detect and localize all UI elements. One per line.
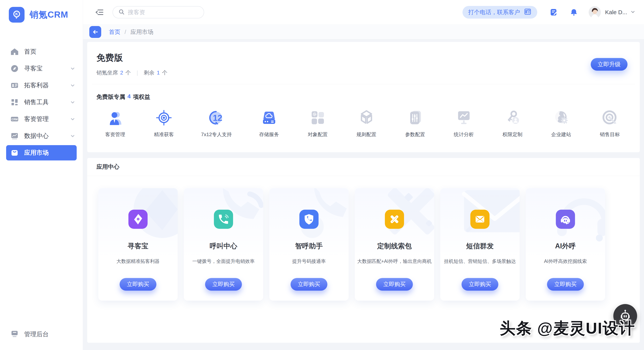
benefit-label: 7x12专人支持	[201, 131, 232, 138]
sidebar-item-label: 数据中心	[24, 132, 49, 140]
app-card-call-center[interactable]: 呼叫中心 一键拨号，全面提升电销效率 立即购买	[184, 188, 263, 301]
search-input[interactable]	[128, 9, 198, 15]
benefit-label: 统计分析	[454, 131, 474, 138]
buy-now-button[interactable]: 立即购买	[376, 278, 413, 291]
app-card-sms[interactable]: 短信群发 挂机短信、营销短信、多场景触达 立即购买	[440, 188, 520, 301]
rule-config-icon	[358, 109, 375, 127]
sidebar-item-tuoke[interactable]: 拓客利器	[0, 77, 83, 94]
sidebar-item-label: 寻客宝	[24, 64, 42, 73]
chevron-down-icon	[70, 66, 76, 71]
divider	[92, 84, 635, 84]
benefit-item: 精准获客	[152, 109, 176, 138]
sidebar-item-crm[interactable]: CRM 客资管理	[0, 111, 83, 127]
buy-now-button[interactable]: 立即购买	[290, 278, 327, 291]
sidebar-item-label: 客资管理	[24, 115, 49, 123]
seats-value: 2	[120, 70, 123, 76]
search-box	[112, 6, 204, 18]
shield-phone-app-icon	[300, 210, 318, 229]
app-card-xunkebao[interactable]: 寻客宝 大数据精准拓客利器 立即购买	[98, 188, 178, 301]
buy-now-button[interactable]: 立即购买	[120, 278, 156, 291]
app-name: 寻客宝	[128, 241, 148, 251]
benefit-label: 参数配置	[405, 131, 425, 138]
leads-package-app-icon	[385, 210, 404, 229]
bell-icon[interactable]	[570, 8, 578, 16]
ai-outcall-app-icon	[556, 210, 575, 229]
breadcrumb-current: 应用市场	[130, 28, 153, 36]
precise-target-icon	[155, 109, 173, 127]
buy-now-button[interactable]: 立即购买	[547, 278, 584, 291]
app-center-title: 应用中心	[87, 158, 640, 171]
sidebar: K 销氪CRM 首页 寻客宝 拓客利器	[0, 0, 83, 350]
main-content: 免费版 销氪坐席 2 个 ｜ 剩余 1 个 立即升级 免费版专属 4 项权益 客…	[83, 39, 644, 350]
app-card-ai-outcall[interactable]: AI外呼 AI外呼高效挖掘线索 立即购买	[526, 188, 605, 301]
home-icon	[10, 47, 19, 56]
sidebar-item-home[interactable]: 首页	[0, 43, 83, 60]
sidebar-item-sales-tools[interactable]: 销售工具	[0, 94, 83, 111]
sidebar-item-xunkebao[interactable]: 寻客宝	[0, 60, 83, 77]
avatar[interactable]	[588, 6, 601, 18]
benefit-label: 销售目标	[600, 131, 620, 138]
cloud-storage-icon	[260, 109, 278, 127]
benefit-item: 客资管理	[104, 109, 127, 138]
benefit-item: 存储服务	[258, 109, 280, 138]
app-desc: 提升号码接通率	[292, 258, 326, 264]
robot-icon	[618, 309, 632, 323]
logo-icon: K	[9, 7, 24, 22]
remaining-unit: 个	[162, 69, 168, 76]
app-card-leads-package[interactable]: 定制线索包 大数据匹配+AI外呼，输出意向商机 立即购买	[355, 188, 434, 301]
benefits-prefix: 免费版专属	[96, 93, 125, 101]
phone-app-icon	[214, 210, 233, 229]
buy-now-button[interactable]: 立即购买	[462, 278, 498, 291]
breadcrumb: 首页 / 应用市场	[109, 28, 153, 36]
app-logo: K 销氪CRM	[0, 0, 83, 25]
assistant-robot-button[interactable]	[613, 304, 637, 328]
collapse-sidebar-icon[interactable]	[95, 8, 104, 17]
app-center-panel: 应用中心 寻客宝 大数据精准拓客利器 立即购买 呼叫中心 一键拨号，全面	[87, 158, 640, 343]
sidebar-item-label: 销售工具	[24, 98, 49, 106]
memo-icon[interactable]	[550, 8, 558, 16]
benefit-item: 规则配置	[355, 109, 378, 138]
buy-now-button[interactable]: 立即购买	[205, 278, 242, 291]
compass-icon	[10, 64, 19, 73]
benefit-item: 统计分析	[452, 109, 475, 138]
svg-text:K: K	[15, 12, 18, 16]
plan-title: 免费版	[87, 42, 640, 64]
sms-app-icon	[470, 210, 490, 229]
remaining-label: 剩余	[144, 69, 154, 76]
chevron-down-icon	[70, 99, 76, 105]
benefit-label: 企业建站	[551, 131, 571, 138]
app-name: 短信群发	[466, 241, 494, 251]
clock-support-icon: 12	[208, 109, 225, 127]
call-pill-label: 打个电话，联系客户	[468, 8, 520, 16]
app-cards-row: 寻客宝 大数据精准拓客利器 立即购买 呼叫中心 一键拨号，全面提升电销效率 立即…	[87, 176, 640, 301]
benefit-label: 规则配置	[356, 131, 376, 138]
benefits-suffix: 项权益	[133, 93, 150, 101]
app-name: 定制线索包	[377, 241, 412, 251]
app-desc: 一键拨号，全面提升电销效率	[192, 258, 255, 264]
benefits-count: 4	[128, 93, 131, 101]
benefit-label: 对象配置	[308, 131, 328, 138]
user-name: Kale D...	[605, 9, 627, 15]
upgrade-now-button[interactable]: 立即升级	[591, 58, 628, 71]
app-desc: AI外呼高效挖掘线索	[544, 258, 587, 264]
sidebar-item-admin-console[interactable]: 管理后台	[0, 329, 83, 350]
user-menu[interactable]: Kale D...	[605, 9, 636, 15]
sidebar-item-label: 应用市场	[24, 149, 49, 157]
back-button[interactable]	[89, 26, 101, 38]
statistics-icon	[455, 109, 473, 127]
admin-console-icon	[10, 329, 19, 339]
seats-unit: 个	[126, 69, 131, 76]
make-call-button[interactable]: 打个电话，联系客户	[462, 6, 537, 18]
breadcrumb-bar: 首页 / 应用市场	[83, 24, 644, 39]
stats-pipe: ｜	[135, 69, 140, 76]
app-card-smart-call[interactable]: 智呼助手 提升号码接通率 立即购买	[269, 188, 349, 301]
remaining-value: 1	[157, 70, 160, 76]
sidebar-item-data-center[interactable]: 数据中心	[0, 127, 83, 144]
sidebar-item-app-market[interactable]: 应用市场	[6, 145, 77, 160]
benefit-label: 存储服务	[259, 131, 279, 138]
permission-icon	[504, 109, 521, 127]
benefit-item: 参数配置	[404, 109, 427, 138]
breadcrumb-home-link[interactable]: 首页	[109, 28, 120, 36]
chevron-down-icon	[70, 116, 76, 122]
benefit-item: 权限定制	[501, 109, 524, 138]
